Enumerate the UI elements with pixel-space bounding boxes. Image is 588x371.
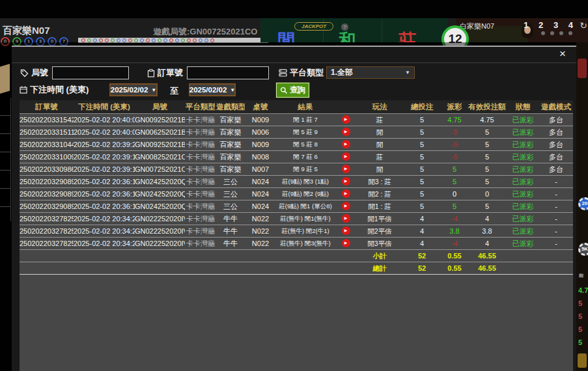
sum-empty xyxy=(335,262,357,274)
cell-platform: 卡卡灣廳 xyxy=(185,200,216,212)
col-header: 桌號 xyxy=(245,100,276,113)
replay-button[interactable]: ▶ xyxy=(342,152,350,161)
cell-game_type: 百家樂 xyxy=(216,151,245,163)
bet-area-1[interactable]: 和 xyxy=(339,29,356,42)
replay-button[interactable]: ▶ xyxy=(342,227,350,235)
left-side-strip xyxy=(0,42,12,371)
cell-game_type: 三公 xyxy=(216,200,245,212)
replay-button[interactable]: ▶ xyxy=(342,189,350,198)
cell-bet_time: 2025-02-02 20:36:17 xyxy=(74,176,135,187)
cell-order_no: 250202203290894 xyxy=(20,188,74,200)
cell-result: 莊(9點) 閒2 (9點) xyxy=(276,188,335,200)
dot-icon xyxy=(541,31,545,35)
table-row: 2502022032782562025-02-02 20:34:22GN0222… xyxy=(20,238,573,250)
order-filter-group: 訂單號 xyxy=(147,66,269,79)
cell-bet_time: 2025-02-02 20:39:16 xyxy=(74,163,135,175)
cell-play_method: 閒1 : 莊 xyxy=(357,200,402,212)
chip-icon[interactable]: 5K xyxy=(578,243,588,256)
table-header-row: 訂單號下注時間 (美東)局號平台類型遊戲類型桌號結果玩法總投注派彩有效投注額狀態… xyxy=(20,100,573,114)
cell-game_mode: - xyxy=(539,225,573,237)
replay-button[interactable]: ▶ xyxy=(342,177,350,186)
cell-result: 閒 5 莊 9 xyxy=(276,126,335,138)
cell-total_bet: 5 xyxy=(402,163,441,175)
cell-bet_time: 2025-02-02 20:40:08 xyxy=(74,114,135,126)
tag-icon xyxy=(20,69,29,77)
col-header: 遊戲類型 xyxy=(216,100,245,113)
camera-numbers[interactable]: 1 2 3 4 xyxy=(524,20,577,30)
close-button[interactable]: × xyxy=(555,47,570,61)
sum-empty xyxy=(507,262,539,274)
chip-icon[interactable]: 20 xyxy=(578,197,588,210)
replay-button[interactable]: ▶ xyxy=(342,202,350,210)
date-from-picker[interactable]: 2025/02/02 ▼ xyxy=(109,83,158,96)
replay-button[interactable]: ▶ xyxy=(342,239,350,247)
replay-button[interactable]: ▶ xyxy=(342,214,350,223)
platform-filter-group: 平台類型 1.全部 ▼ xyxy=(279,66,415,79)
col-header: 玩法 xyxy=(357,100,402,113)
platform-select[interactable]: 1.全部 ▼ xyxy=(326,66,415,79)
replay-button[interactable]: ▶ xyxy=(342,115,350,124)
bet-area-0[interactable]: 閒 xyxy=(277,29,295,42)
round-input[interactable] xyxy=(52,66,129,79)
sum-payout: 0.55 xyxy=(441,262,468,274)
cell-play_method: 閒 xyxy=(357,163,402,175)
cell-bet_time: 2025-02-02 20:40:05 xyxy=(74,126,135,138)
cell-play_method: 莊 xyxy=(357,151,402,163)
cell-total_bet: 5 xyxy=(402,151,441,163)
cell-bet_time: 2025-02-02 20:34:22 xyxy=(74,238,135,249)
cell-round_no: GN008252021CU xyxy=(135,151,185,163)
bet-area-2[interactable]: 莊 xyxy=(399,29,416,42)
cell-valid_bet: 5 xyxy=(468,151,507,163)
replay-button[interactable]: ▶ xyxy=(342,165,350,173)
cell-play_method: 閒2平倍 xyxy=(357,225,402,237)
cell-replay: ▶ xyxy=(335,225,357,237)
cell-status: 已派彩 xyxy=(507,188,539,200)
table-row: 2502022033100912025-02-02 20:39:19GN0082… xyxy=(20,151,573,163)
replay-button[interactable]: ▶ xyxy=(342,128,350,136)
sum-empty xyxy=(276,250,335,262)
table-row: 2502022032908932025-02-02 20:36:17GN0242… xyxy=(20,200,573,213)
cell-replay: ▶ xyxy=(335,114,357,126)
col-header: 派彩 xyxy=(441,100,468,113)
refresh-icon[interactable]: ↻ xyxy=(580,20,587,31)
table-row: 2502022033104492025-02-02 20:39:23GN0092… xyxy=(20,139,573,151)
cell-result: 莊(無牛) 閒1(無牛) xyxy=(276,213,335,225)
side-panel-values: 4.75555 xyxy=(576,286,588,351)
cell-total_bet: 5 xyxy=(402,200,441,212)
cell-round_no: GN024252020Q5 xyxy=(135,200,185,212)
sum-empty xyxy=(276,262,335,274)
cell-round_no: GN022252020IV xyxy=(135,225,185,237)
cell-play_method: 莊 xyxy=(357,114,402,126)
cell-result: 閒 7 莊 6 xyxy=(276,151,335,163)
cell-game_mode: 多台 xyxy=(539,126,573,138)
cell-play_method: 閒3 : 莊 xyxy=(357,176,402,187)
cell-total_bet: 5 xyxy=(402,114,441,126)
cell-replay: ▶ xyxy=(335,200,357,212)
col-header: 結果 xyxy=(276,100,335,113)
sum-label: 小計 xyxy=(357,250,402,262)
cell-table_no: N007 xyxy=(245,163,276,175)
clipboard-icon xyxy=(147,69,155,77)
sum-empty xyxy=(216,262,245,274)
cell-order_no: 250202203315115 xyxy=(20,126,74,138)
cell-valid_bet: 5 xyxy=(468,139,507,150)
sum-empty xyxy=(74,262,135,274)
cell-status: 已派彩 xyxy=(507,213,539,225)
order-input[interactable] xyxy=(187,66,269,79)
cell-game_mode: - xyxy=(539,238,573,249)
sum-empty xyxy=(185,262,216,274)
date-to-picker[interactable]: 2025/02/02 ▼ xyxy=(189,83,236,96)
col-header: 狀態 xyxy=(507,100,539,113)
cell-platform: 卡卡灣廳 xyxy=(185,126,216,138)
cell-game_mode: 多台 xyxy=(539,163,573,175)
cell-table_no: N009 xyxy=(245,114,276,126)
cell-replay: ▶ xyxy=(335,163,357,175)
cell-game_mode: - xyxy=(539,188,573,200)
cell-platform: 卡卡灣廳 xyxy=(185,225,216,237)
cell-game_type: 三公 xyxy=(216,188,245,200)
table-row: 2502022033154252025-02-02 20:40:08GN0092… xyxy=(20,114,573,126)
replay-button[interactable]: ▶ xyxy=(342,140,350,148)
search-button[interactable]: 查詢 xyxy=(276,83,309,98)
cell-game_type: 牛牛 xyxy=(216,238,245,249)
cell-order_no: 250202203278257 xyxy=(20,225,74,237)
